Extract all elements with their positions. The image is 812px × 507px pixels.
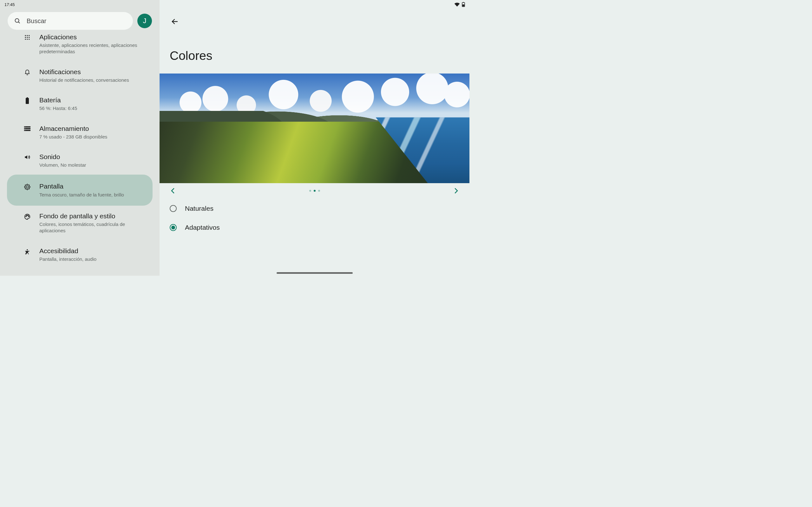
svg-rect-27 [462,4,464,6]
svg-point-24 [28,216,29,217]
status-icons-right [454,2,465,7]
palette-icon [23,212,31,220]
brightness-icon [23,182,31,190]
sidebar-item-title: Fondo de pantalla y estilo [39,212,144,220]
svg-point-18 [25,130,25,130]
svg-point-4 [29,35,30,36]
detail-topbar: Colores [159,0,469,73]
page-title: Colores [170,49,461,63]
search-row: Buscar J [0,9,159,33]
sidebar-item-bateria[interactable]: Batería 56 %: Hasta: 6:45 [7,90,153,118]
sidebar-item-title: Accesibilidad [39,247,96,255]
svg-point-7 [29,37,30,38]
sidebar-item-accesibilidad[interactable]: Accesibilidad Pantalla, interacción, aud… [7,240,153,269]
svg-point-25 [27,249,28,250]
sidebar-item-sub: Asistente, aplicaciones recientes, aplic… [39,42,144,55]
svg-point-5 [25,37,26,38]
sidebar-item-sub: Pantalla, interacción, audio [39,256,96,262]
sound-icon [23,153,31,160]
wifi-icon [454,2,460,7]
sidebar-item-fondo[interactable]: Fondo de pantalla y estilo Colores, icon… [7,206,153,240]
battery-status-icon [462,2,465,7]
search-input[interactable]: Buscar [8,12,133,30]
svg-line-1 [18,22,20,23]
svg-rect-28 [463,2,464,3]
bell-icon [23,68,31,76]
svg-point-17 [25,128,25,129]
search-icon [14,17,21,24]
status-bar: 17:45 [0,0,159,9]
svg-rect-12 [27,97,28,98]
svg-point-23 [28,215,28,216]
sidebar-item-sub: Volumen, No molestar [39,162,86,168]
sidebar-item-title: Batería [39,96,77,104]
storage-icon [23,124,31,131]
option-naturales[interactable]: Naturales [168,199,461,218]
pager-dots [309,190,320,192]
status-time: 17:45 [4,2,15,7]
sidebar-item-title: Notificaciones [39,68,129,76]
option-adaptativos[interactable]: Adaptativos [168,218,461,237]
svg-point-2 [25,35,26,36]
svg-point-21 [26,216,26,217]
color-preview-image [159,73,469,183]
option-label: Naturales [185,205,213,212]
pager-dot [309,190,311,192]
preview-pager [159,183,469,197]
sidebar-item-title: Pantalla [39,182,124,190]
sidebar-item-title: Sonido [39,153,86,161]
sidebar-item-pantalla[interactable]: Pantalla Tema oscuro, tamaño de la fuent… [7,175,153,205]
svg-point-0 [15,19,19,22]
sidebar-item-sub: Colores, iconos temáticos, cuadrícula de… [39,221,144,234]
sidebar-item-sub: Historial de notificaciones, conversacio… [39,77,129,83]
sidebar-item-title: Almacenamiento [39,124,107,132]
svg-point-20 [26,186,28,188]
accessibility-icon [23,247,31,256]
svg-point-9 [27,39,28,40]
back-button[interactable] [168,15,181,28]
svg-point-10 [29,39,30,40]
radio-icon [170,205,177,212]
settings-nav[interactable]: Aplicaciones Asistente, aplicaciones rec… [0,31,159,276]
sidebar-item-sub: 56 %: Hasta: 6:45 [39,105,77,112]
profile-avatar[interactable]: J [137,14,152,28]
svg-rect-11 [26,98,29,104]
gesture-nav-handle[interactable] [276,272,353,274]
sidebar-item-title: Aplicaciones [39,33,144,41]
svg-point-16 [25,126,25,127]
pager-dot [314,190,316,192]
svg-point-3 [27,35,28,36]
search-placeholder: Buscar [27,17,46,25]
sidebar-item-sub: Tema oscuro, tamaño de la fuente, brillo [39,192,124,198]
battery-icon [23,96,31,104]
sidebar-item-aplicaciones[interactable]: Aplicaciones Asistente, aplicaciones rec… [7,31,153,61]
settings-screen: 17:45 Buscar J [0,0,469,276]
sidebar-item-notificaciones[interactable]: Notificaciones Historial de notificacion… [7,61,153,90]
radio-icon [170,224,177,231]
sidebar-item-sub: 7 % usado - 238 GB disponibles [39,134,107,140]
sidebar-item-sonido[interactable]: Sonido Volumen, No molestar [7,147,153,175]
pager-dot [318,190,320,192]
pager-prev-button[interactable] [168,186,177,195]
svg-point-22 [26,215,27,216]
detail-pane: Colores [159,0,469,276]
option-label: Adaptativos [185,224,220,231]
settings-sidebar: 17:45 Buscar J [0,0,159,276]
svg-point-6 [27,37,28,38]
svg-point-8 [25,39,26,40]
sidebar-item-almacenamiento[interactable]: Almacenamiento 7 % usado - 238 GB dispon… [7,118,153,147]
apps-icon [23,33,31,41]
avatar-initial: J [143,17,147,25]
color-options: Naturales Adaptativos [159,197,469,239]
svg-marker-19 [24,184,30,190]
pager-next-button[interactable] [452,186,461,195]
